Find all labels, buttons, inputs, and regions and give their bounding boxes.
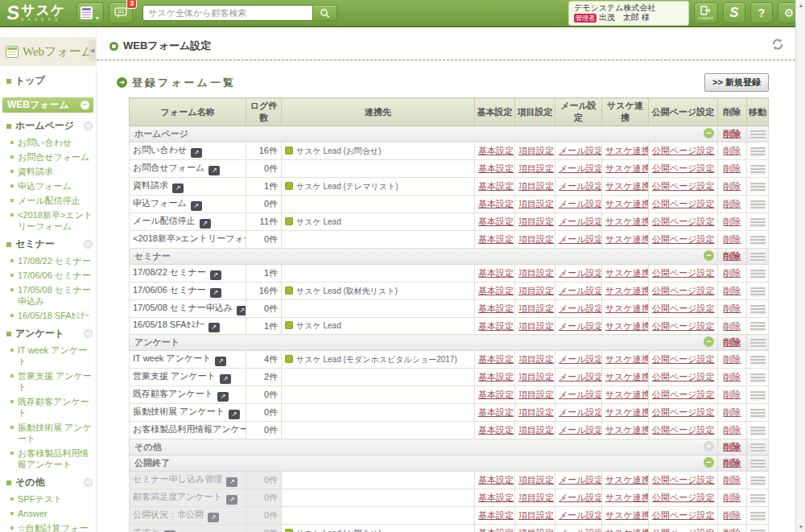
drag-handle-icon[interactable] <box>750 130 766 140</box>
sidebar-group-ホームページ[interactable]: ホームページ− <box>0 115 96 135</box>
delete-link[interactable]: 削除 <box>724 510 741 520</box>
sidebar-item[interactable]: お問合せフォーム <box>0 150 96 164</box>
collapse-minus-icon[interactable]: − <box>84 240 93 249</box>
link-公開ページ設定[interactable]: 公開ページ設定 <box>652 163 715 173</box>
collapse-minus-icon[interactable]: − <box>84 329 93 338</box>
link-基本設定[interactable]: 基本設定 <box>478 390 514 399</box>
drag-handle-icon[interactable] <box>750 409 766 419</box>
drag-handle-icon[interactable] <box>750 270 766 279</box>
delete-link[interactable]: 削除 <box>724 146 741 155</box>
drag-handle-icon[interactable] <box>750 322 766 332</box>
drag-handle-icon[interactable] <box>750 460 766 469</box>
sidebar-item[interactable]: 16/05/18 SFAｾﾐﾅｰ <box>0 308 96 323</box>
link-サスケ連携[interactable]: サスケ連携 <box>605 199 649 208</box>
delete-link[interactable]: 削除 <box>724 475 741 485</box>
link-基本設定[interactable]: 基本設定 <box>478 286 514 295</box>
link-項目設定[interactable]: 項目設定 <box>518 528 554 532</box>
link-基本設定[interactable]: 基本設定 <box>478 303 514 313</box>
delete-link[interactable]: 削除 <box>724 372 741 381</box>
sidebar-item[interactable]: 申込フォーム <box>0 179 96 193</box>
link-基本設定[interactable]: 基本設定 <box>478 268 514 278</box>
link-サスケ連携[interactable]: サスケ連携 <box>605 234 649 244</box>
delete-link[interactable]: 削除 <box>724 303 741 313</box>
drag-handle-icon[interactable] <box>750 443 766 453</box>
link-メール設定[interactable]: メール設定 <box>559 390 602 399</box>
link-サスケ連携[interactable]: サスケ連携 <box>605 268 649 278</box>
delete-link[interactable]: 削除 <box>724 181 741 191</box>
link-サスケ連携[interactable]: サスケ連携 <box>605 528 649 532</box>
link-基本設定[interactable]: 基本設定 <box>478 321 514 331</box>
link-基本設定[interactable]: 基本設定 <box>478 407 514 417</box>
delete-link[interactable]: 削除 <box>724 528 741 532</box>
link-サスケ連携[interactable]: サスケ連携 <box>605 321 649 331</box>
link-公開ページ設定[interactable]: 公開ページ設定 <box>652 354 715 364</box>
sidebar-item-top[interactable]: トップ <box>0 66 96 94</box>
drag-handle-icon[interactable] <box>750 373 766 383</box>
link-サスケ連携[interactable]: サスケ連携 <box>605 372 649 381</box>
link-基本設定[interactable]: 基本設定 <box>478 181 514 191</box>
link-公開ページ設定[interactable]: 公開ページ設定 <box>652 181 715 191</box>
drag-handle-icon[interactable] <box>750 512 766 522</box>
delete-link[interactable]: 削除 <box>724 268 741 278</box>
link-メール設定[interactable]: メール設定 <box>559 321 602 331</box>
drag-handle-icon[interactable] <box>750 287 766 297</box>
link-項目設定[interactable]: 項目設定 <box>518 390 554 399</box>
link-公開ページ設定[interactable]: 公開ページ設定 <box>652 407 715 417</box>
link-メール設定[interactable]: メール設定 <box>559 528 602 532</box>
link-メール設定[interactable]: メール設定 <box>559 425 602 435</box>
collapse-minus-icon[interactable]: − <box>84 478 93 487</box>
external-link-icon[interactable]: ↗ <box>210 288 221 298</box>
external-link-icon[interactable]: ↗ <box>208 166 220 175</box>
external-link-icon[interactable]: ↗ <box>191 201 202 211</box>
chat-button[interactable]: 3 <box>109 2 133 23</box>
sasuke-home-button[interactable]: S <box>723 2 745 23</box>
delete-link[interactable]: 削除 <box>724 425 741 435</box>
collapse-minus-icon[interactable]: − <box>704 128 714 138</box>
delete-link[interactable]: 削除 <box>724 390 741 399</box>
link-公開ページ設定[interactable]: 公開ページ設定 <box>652 425 715 435</box>
app-logo[interactable]: S サスケ S A A S K E <box>3 3 72 23</box>
new-registration-button[interactable]: >> 新規登録 <box>704 73 769 92</box>
link-項目設定[interactable]: 項目設定 <box>518 268 554 278</box>
drag-handle-icon[interactable] <box>750 200 766 210</box>
link-サスケ連携[interactable]: サスケ連携 <box>605 425 649 435</box>
link-基本設定[interactable]: 基本設定 <box>478 217 514 226</box>
link-基本設定[interactable]: 基本設定 <box>478 199 514 208</box>
external-link-icon[interactable]: ↗ <box>220 374 231 384</box>
group-delete-link[interactable]: 削除 <box>724 251 741 261</box>
link-基本設定[interactable]: 基本設定 <box>478 234 514 244</box>
external-link-icon[interactable]: ↗ <box>237 306 246 315</box>
link-項目設定[interactable]: 項目設定 <box>518 234 554 244</box>
sidebar-item[interactable]: IT week アンケート <box>0 343 96 369</box>
sidebar-item[interactable]: お問い合わせ <box>0 135 96 150</box>
drag-handle-icon[interactable] <box>750 476 766 486</box>
external-link-icon[interactable]: ↗ <box>226 495 237 505</box>
link-サスケ連携[interactable]: サスケ連携 <box>605 354 649 364</box>
drag-handle-icon[interactable] <box>750 183 766 192</box>
search-button[interactable] <box>313 5 337 21</box>
logout-button[interactable]: Logout <box>694 2 718 23</box>
delete-link[interactable]: 削除 <box>724 354 741 364</box>
link-項目設定[interactable]: 項目設定 <box>518 372 554 381</box>
link-項目設定[interactable]: 項目設定 <box>518 199 554 208</box>
drag-handle-icon[interactable] <box>750 530 766 532</box>
collapse-minus-icon[interactable]: − <box>704 457 714 468</box>
link-基本設定[interactable]: 基本設定 <box>478 475 514 485</box>
link-基本設定[interactable]: 基本設定 <box>478 146 514 155</box>
drag-handle-icon[interactable] <box>750 236 766 245</box>
link-サスケ連携[interactable]: サスケ連携 <box>605 146 649 155</box>
delete-link[interactable]: 削除 <box>724 199 741 208</box>
external-link-icon[interactable]: ↗ <box>208 513 219 522</box>
link-公開ページ設定[interactable]: 公開ページ設定 <box>652 321 715 331</box>
sidebar-item[interactable]: SPFテスト <box>0 492 96 506</box>
delete-link[interactable]: 削除 <box>724 407 741 417</box>
group-delete-link[interactable]: 削除 <box>724 442 741 452</box>
link-項目設定[interactable]: 項目設定 <box>518 181 554 191</box>
link-サスケ連携[interactable]: サスケ連携 <box>605 493 649 502</box>
link-メール設定[interactable]: メール設定 <box>559 234 602 244</box>
link-項目設定[interactable]: 項目設定 <box>518 146 554 155</box>
external-link-icon[interactable]: ↗ <box>200 219 211 229</box>
link-基本設定[interactable]: 基本設定 <box>478 354 514 364</box>
sidebar-item[interactable]: お客様製品利用情報アンケート <box>0 446 96 472</box>
collapse-minus-icon[interactable]: − <box>84 122 93 130</box>
